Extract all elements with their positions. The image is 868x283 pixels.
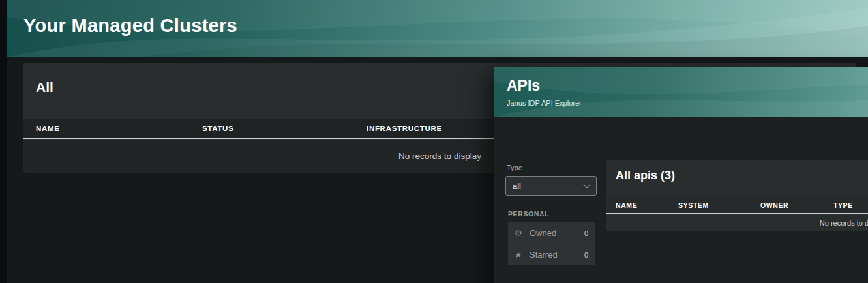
personal-section-label: PERSONAL bbox=[508, 210, 549, 218]
apis-panel-body: Type all PERSONAL ⚙ Owned 0 ★ Starred 0 bbox=[494, 117, 868, 283]
column-header-name[interactable]: NAME bbox=[23, 125, 202, 132]
all-apis-card-title: All apis (3) bbox=[606, 160, 868, 183]
star-icon: ★ bbox=[515, 250, 525, 260]
column-header-name[interactable]: NAME bbox=[606, 201, 678, 209]
filter-item-count: 0 bbox=[584, 230, 588, 237]
personal-filter-group: ⚙ Owned 0 ★ Starred 0 bbox=[508, 222, 595, 265]
apis-panel-title: APIs bbox=[507, 77, 540, 95]
apis-empty-message: No records to display bbox=[606, 215, 868, 231]
screen: Your Managed Clusters All NAME STATUS IN… bbox=[0, 0, 868, 283]
left-edge-strip bbox=[0, 0, 7, 283]
apis-header-wave-decoration bbox=[494, 67, 868, 117]
apis-panel-subtitle: Janus IDP API Explorer bbox=[507, 99, 582, 107]
filter-item-owned[interactable]: ⚙ Owned 0 bbox=[508, 222, 595, 244]
chevron-down-icon bbox=[584, 183, 590, 188]
filter-item-label: Starred bbox=[530, 250, 558, 260]
gear-icon: ⚙ bbox=[515, 228, 525, 238]
apis-table-header: NAME SYSTEM OWNER TYPE bbox=[606, 197, 868, 214]
apis-panel-header: APIs Janus IDP API Explorer bbox=[494, 67, 868, 117]
filter-item-count: 0 bbox=[584, 251, 588, 259]
column-header-type[interactable]: TYPE bbox=[833, 201, 868, 209]
type-filter-selected-value: all bbox=[513, 181, 521, 191]
page-title: Your Managed Clusters bbox=[23, 15, 237, 37]
page-header: Your Managed Clusters bbox=[7, 0, 868, 57]
filter-item-label: Owned bbox=[530, 228, 556, 238]
column-header-status[interactable]: STATUS bbox=[202, 125, 367, 132]
type-filter-label: Type bbox=[507, 164, 522, 171]
all-apis-card: All apis (3) NAME SYSTEM OWNER TYPE No r… bbox=[606, 160, 868, 231]
apis-panel: APIs Janus IDP API Explorer Type all PER… bbox=[494, 67, 868, 283]
filter-item-starred[interactable]: ★ Starred 0 bbox=[508, 244, 595, 265]
column-header-owner[interactable]: OWNER bbox=[760, 201, 833, 209]
column-header-system[interactable]: SYSTEM bbox=[678, 201, 760, 209]
type-filter-select[interactable]: all bbox=[505, 176, 597, 196]
